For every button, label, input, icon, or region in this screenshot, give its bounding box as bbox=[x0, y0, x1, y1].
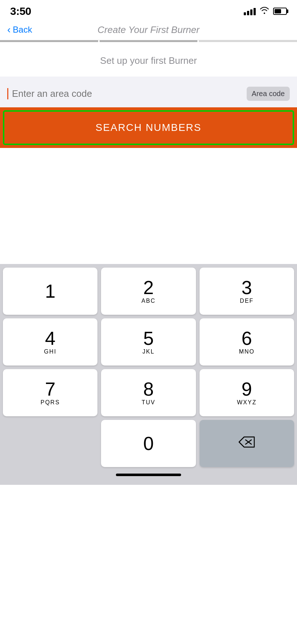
progress-segment-2 bbox=[100, 40, 198, 42]
progress-segment-1 bbox=[0, 40, 98, 42]
back-chevron-icon: ‹ bbox=[7, 24, 11, 36]
back-button[interactable]: ‹ Back bbox=[7, 24, 43, 36]
content-area bbox=[0, 148, 297, 264]
key-backspace[interactable] bbox=[200, 420, 294, 467]
status-time: 3:50 bbox=[10, 5, 31, 17]
key-2[interactable]: 2 ABC bbox=[101, 268, 196, 315]
key-9[interactable]: 9 WXYZ bbox=[200, 369, 294, 416]
search-section: Area code bbox=[0, 77, 297, 107]
battery-icon bbox=[273, 8, 287, 15]
search-button-wrapper: SEARCH NUMBERS bbox=[0, 107, 297, 148]
keypad-grid: 1 2 ABC 3 DEF 4 GHI 5 JKL 6 MNO 7 PQRS 8 bbox=[3, 268, 294, 467]
progress-bar bbox=[0, 40, 297, 42]
key-empty bbox=[3, 420, 97, 467]
wifi-icon bbox=[259, 6, 269, 16]
key-7[interactable]: 7 PQRS bbox=[3, 369, 97, 416]
backspace-icon bbox=[238, 435, 256, 452]
subtitle-text: Set up your first Burner bbox=[100, 55, 197, 66]
search-numbers-button[interactable]: SEARCH NUMBERS bbox=[0, 107, 297, 148]
signal-bars-icon bbox=[244, 7, 256, 15]
status-bar: 3:50 bbox=[0, 0, 297, 21]
home-indicator bbox=[116, 474, 181, 476]
key-8[interactable]: 8 TUV bbox=[101, 369, 196, 416]
nav-title: Create Your First Burner bbox=[43, 24, 254, 36]
area-code-input-row: Area code bbox=[7, 83, 290, 107]
key-1[interactable]: 1 bbox=[3, 268, 97, 315]
home-indicator-area bbox=[0, 467, 297, 485]
key-6[interactable]: 6 MNO bbox=[200, 318, 294, 366]
keypad-section: 1 2 ABC 3 DEF 4 GHI 5 JKL 6 MNO 7 PQRS 8 bbox=[0, 264, 297, 467]
key-3[interactable]: 3 DEF bbox=[200, 268, 294, 315]
subtitle-section: Set up your first Burner bbox=[0, 42, 297, 77]
area-code-input[interactable] bbox=[7, 88, 242, 99]
key-0[interactable]: 0 bbox=[101, 420, 196, 467]
key-4[interactable]: 4 GHI bbox=[3, 318, 97, 366]
key-5[interactable]: 5 JKL bbox=[101, 318, 196, 366]
back-label: Back bbox=[13, 25, 32, 35]
status-icons bbox=[244, 6, 287, 16]
progress-segment-3 bbox=[199, 40, 297, 42]
nav-bar: ‹ Back Create Your First Burner bbox=[0, 21, 297, 40]
area-code-badge: Area code bbox=[247, 87, 290, 101]
